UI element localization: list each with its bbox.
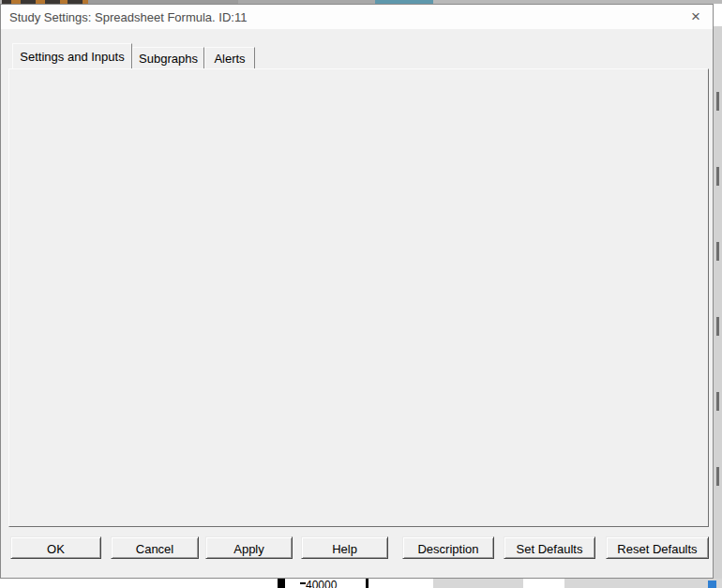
help-button[interactable]: Help [301, 536, 388, 559]
study-settings-dialog: Study Settings: Spreadsheet Formula. ID:… [0, 4, 714, 579]
description-button[interactable]: Description [402, 536, 494, 559]
set-defaults-button[interactable]: Set Defaults [504, 536, 595, 559]
background-blue-mark [708, 580, 716, 588]
dialog-titlebar[interactable]: Study Settings: Spreadsheet Formula. ID:… [1, 5, 713, 30]
close-icon[interactable]: × [684, 6, 707, 28]
background-chart-bottom-sliver: 40000 [0, 579, 722, 588]
reset-defaults-button[interactable]: Reset Defaults [606, 536, 709, 559]
cancel-button[interactable]: Cancel [111, 536, 199, 559]
ok-button[interactable]: OK [10, 536, 101, 559]
dialog-title: Study Settings: Spreadsheet Formula. ID:… [9, 10, 247, 24]
background-right-sliver [714, 26, 722, 579]
apply-button[interactable]: Apply [205, 536, 293, 559]
tab-alerts[interactable]: Alerts [204, 47, 255, 68]
axis-value-label: 40000 [306, 579, 337, 588]
tab-subgraphs[interactable]: Subgraphs [132, 47, 204, 68]
tab-page [8, 68, 709, 527]
tab-settings-and-inputs[interactable]: Settings and Inputs [12, 43, 132, 68]
